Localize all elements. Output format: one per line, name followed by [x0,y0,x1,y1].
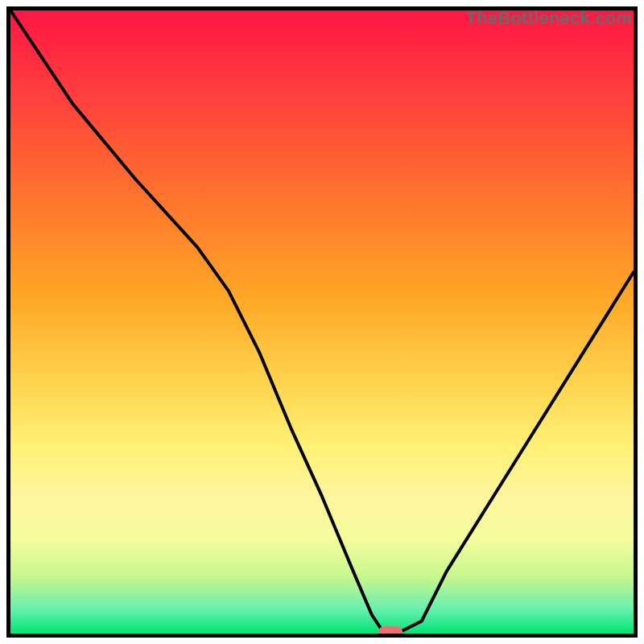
chart-frame [6,6,638,638]
watermark: TheBottleneck.com [466,8,632,29]
chart-background-gradient [10,10,634,634]
